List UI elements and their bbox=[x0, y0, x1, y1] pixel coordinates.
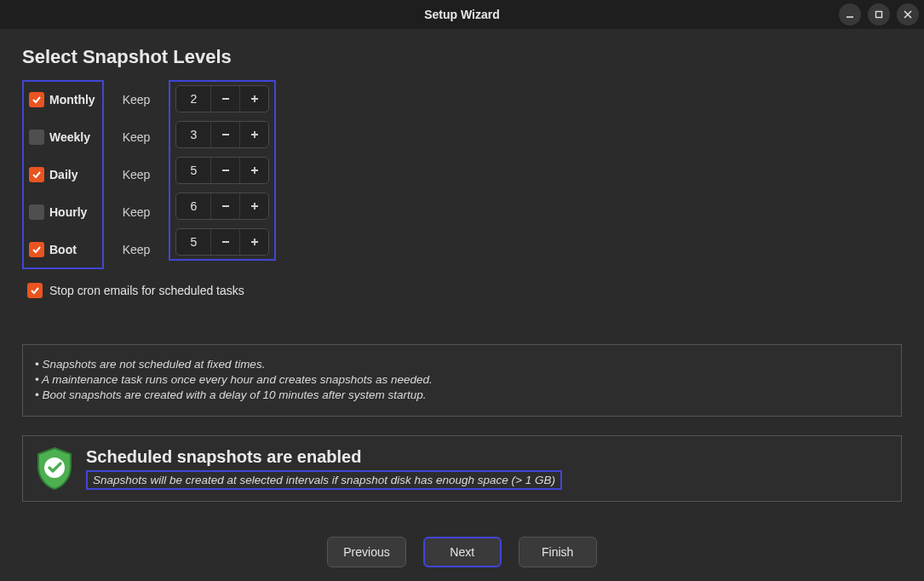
spinner-daily-decrement[interactable] bbox=[210, 158, 239, 183]
page-title: Select Snapshot Levels bbox=[22, 46, 902, 68]
stop-cron-row[interactable]: Stop cron emails for scheduled tasks bbox=[27, 283, 902, 298]
close-button[interactable] bbox=[897, 3, 919, 26]
plus-icon bbox=[249, 236, 261, 248]
spinner-boot-value[interactable]: 5 bbox=[176, 235, 210, 249]
label-daily: Daily bbox=[49, 168, 77, 181]
spinner-weekly-value[interactable]: 3 bbox=[176, 128, 210, 141]
status-text: Scheduled snapshots are enabled Snapshot… bbox=[86, 447, 562, 490]
shield-check-icon bbox=[35, 446, 74, 491]
spinner-hourly-value[interactable]: 6 bbox=[176, 199, 210, 213]
spinner-monthly[interactable]: 2 bbox=[175, 85, 269, 112]
spinner-hourly-decrement[interactable] bbox=[210, 193, 239, 219]
spinner-boot[interactable]: 5 bbox=[175, 228, 269, 256]
plus-icon bbox=[249, 129, 261, 141]
info-line-2: • A maintenance task runs once every hou… bbox=[35, 372, 889, 388]
checkbox-boot[interactable] bbox=[29, 242, 44, 257]
maximize-button[interactable] bbox=[868, 3, 890, 26]
spinner-monthly-value[interactable]: 2 bbox=[176, 92, 210, 106]
level-weekly[interactable]: Weekly bbox=[29, 124, 95, 150]
finish-button[interactable]: Finish bbox=[519, 537, 597, 567]
footer-buttons: Previous Next Finish bbox=[0, 537, 924, 567]
spinner-weekly[interactable]: 3 bbox=[175, 121, 269, 148]
minus-icon bbox=[220, 93, 232, 105]
stop-cron-label: Stop cron emails for scheduled tasks bbox=[49, 284, 244, 297]
label-boot: Boot bbox=[49, 243, 77, 256]
level-hourly[interactable]: Hourly bbox=[29, 199, 95, 225]
spinner-weekly-decrement[interactable] bbox=[210, 122, 239, 147]
spinner-boot-decrement[interactable] bbox=[210, 229, 239, 255]
info-line-3: • Boot snapshots are created with a dela… bbox=[35, 388, 889, 403]
keep-label-hourly: Keep bbox=[123, 199, 151, 225]
minimize-button[interactable] bbox=[839, 3, 861, 26]
keep-label-column: Keep Keep Keep Keep Keep bbox=[123, 80, 151, 262]
minus-icon bbox=[220, 236, 232, 248]
maximize-icon bbox=[874, 9, 884, 20]
checkbox-weekly[interactable] bbox=[29, 129, 44, 145]
spinner-hourly-increment[interactable] bbox=[239, 193, 268, 219]
minus-icon bbox=[220, 164, 232, 176]
label-hourly: Hourly bbox=[49, 205, 87, 219]
levels-zone: Monthly Weekly Daily Hourly Boot bbox=[22, 80, 902, 269]
spinner-daily-increment[interactable] bbox=[239, 158, 268, 183]
checkbox-stop-cron[interactable] bbox=[27, 283, 43, 298]
spinner-daily-value[interactable]: 5 bbox=[176, 164, 210, 177]
spinner-hourly[interactable]: 6 bbox=[175, 193, 269, 220]
next-button[interactable]: Next bbox=[423, 537, 502, 567]
status-subtitle: Snapshots will be created at selected in… bbox=[86, 470, 562, 490]
window-title: Setup Wizard bbox=[424, 8, 500, 21]
label-monthly: Monthly bbox=[49, 93, 95, 106]
minus-icon bbox=[220, 129, 232, 141]
levels-checkbox-column: Monthly Weekly Daily Hourly Boot bbox=[22, 80, 104, 269]
plus-icon bbox=[249, 164, 261, 176]
label-weekly: Weekly bbox=[49, 130, 90, 144]
info-line-1: • Snapshots are not scheduled at fixed t… bbox=[35, 357, 889, 372]
spinner-weekly-increment[interactable] bbox=[239, 122, 268, 147]
keep-label-daily: Keep bbox=[123, 162, 151, 187]
spinner-monthly-increment[interactable] bbox=[239, 86, 268, 112]
status-title: Scheduled snapshots are enabled bbox=[86, 447, 562, 467]
plus-icon bbox=[249, 200, 261, 212]
close-icon bbox=[903, 9, 913, 20]
spinner-column: 2 3 5 6 bbox=[169, 80, 276, 261]
minus-icon bbox=[220, 200, 232, 212]
titlebar: Setup Wizard bbox=[0, 0, 924, 29]
plus-icon bbox=[249, 93, 261, 105]
level-monthly[interactable]: Monthly bbox=[29, 87, 95, 112]
keep-label-monthly: Keep bbox=[123, 87, 151, 112]
svg-rect-1 bbox=[876, 12, 882, 18]
checkbox-monthly[interactable] bbox=[29, 92, 44, 107]
spinner-monthly-decrement[interactable] bbox=[210, 86, 239, 112]
checkbox-hourly[interactable] bbox=[29, 204, 44, 220]
level-boot[interactable]: Boot bbox=[29, 237, 95, 262]
minimize-icon bbox=[845, 9, 855, 20]
window-controls bbox=[839, 3, 919, 26]
spinner-boot-increment[interactable] bbox=[239, 229, 268, 255]
spinner-daily[interactable]: 5 bbox=[175, 157, 269, 184]
info-box: • Snapshots are not scheduled at fixed t… bbox=[22, 344, 902, 417]
keep-label-boot: Keep bbox=[123, 237, 151, 262]
status-box: Scheduled snapshots are enabled Snapshot… bbox=[22, 435, 902, 502]
checkbox-daily[interactable] bbox=[29, 167, 44, 182]
level-daily[interactable]: Daily bbox=[29, 162, 95, 187]
previous-button[interactable]: Previous bbox=[327, 537, 405, 567]
keep-label-weekly: Keep bbox=[123, 124, 151, 150]
